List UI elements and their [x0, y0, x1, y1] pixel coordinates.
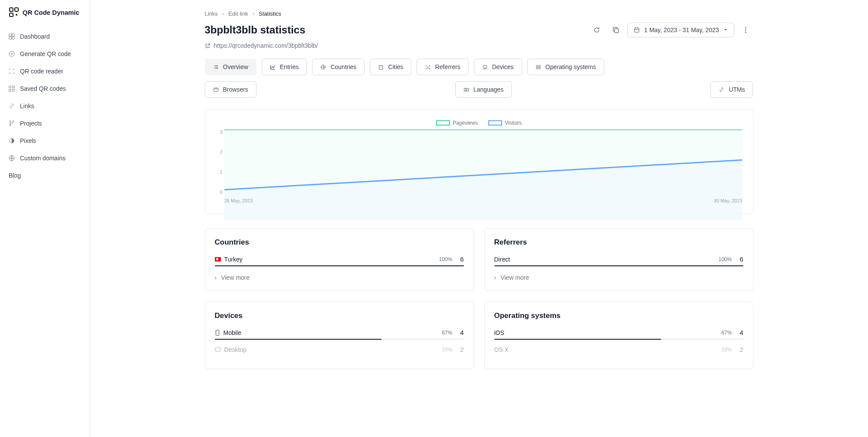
svg-rect-26: [536, 65, 540, 66]
list-icon: [213, 64, 219, 70]
stat-row: Direct 100%6: [494, 255, 743, 266]
x-axis: 26 May, 2023 30 May, 2023: [224, 198, 743, 203]
stat-row: iOS 67%4: [494, 329, 743, 340]
scan-icon: [9, 68, 15, 74]
breadcrumb-edit[interactable]: Edit link: [228, 10, 248, 17]
sidebar-nav: Dashboard Generate QR code QR code reade…: [5, 28, 84, 184]
date-range-button[interactable]: 1 May, 2023 - 31 May, 2023: [627, 23, 734, 37]
svg-rect-27: [536, 67, 540, 69]
svg-rect-12: [13, 89, 14, 91]
sidebar-item-links[interactable]: Links: [5, 97, 84, 115]
sidebar: QR Code Dynamic Dashboard Generate QR co…: [0, 0, 90, 437]
tab-browsers[interactable]: Browsers: [205, 81, 256, 98]
tab-languages[interactable]: Languages: [455, 81, 512, 98]
svg-rect-11: [9, 89, 11, 91]
chart-card: Pageviews Visitors 3 2 1 0 26 May, 2023: [205, 109, 753, 214]
grid4-icon: [9, 86, 15, 92]
svg-rect-30: [467, 88, 468, 91]
calendar-icon: [634, 27, 640, 33]
chevron-right-icon: ›: [494, 274, 496, 281]
view-more-button[interactable]: ›View more: [215, 274, 464, 281]
tab-entries[interactable]: Entries: [262, 59, 307, 75]
svg-rect-19: [635, 28, 639, 33]
sidebar-item-reader[interactable]: QR code reader: [5, 63, 84, 80]
card-title: Devices: [215, 311, 464, 320]
svg-rect-1: [15, 8, 18, 11]
external-link-icon: [205, 43, 210, 49]
view-more-button[interactable]: ›View more: [494, 274, 743, 281]
brand-logo[interactable]: QR Code Dynamic: [5, 7, 84, 28]
svg-rect-6: [9, 37, 11, 39]
svg-point-20: [745, 27, 746, 29]
chart-legend: Pageviews Visitors: [216, 120, 743, 126]
sidebar-item-domains[interactable]: Custom domains: [5, 149, 84, 167]
legend-visitors[interactable]: Visitors: [488, 120, 522, 126]
stat-row: Mobile 67%4: [215, 329, 464, 340]
branch-icon: [9, 120, 15, 126]
svg-point-13: [10, 121, 11, 122]
sidebar-item-projects[interactable]: Projects: [5, 115, 84, 132]
chevron-right-icon: ›: [222, 10, 224, 17]
svg-rect-28: [214, 88, 218, 91]
breadcrumb-links[interactable]: Links: [205, 10, 218, 17]
brand-name: QR Code Dynamic: [23, 9, 79, 16]
svg-point-14: [13, 121, 14, 122]
card-title: Countries: [215, 238, 464, 247]
svg-rect-4: [9, 34, 11, 36]
tab-overview[interactable]: Overview: [205, 59, 256, 75]
card-title: Referrers: [494, 238, 743, 247]
url-row: https://qrcodedynamic.com/3bpblt3blb/: [205, 42, 753, 49]
plus-circle-icon: [9, 51, 15, 57]
tab-referrers[interactable]: Referrers: [417, 59, 468, 75]
sidebar-item-blog[interactable]: Blog: [5, 167, 84, 184]
referrers-card: Referrers Direct 100%6 ›View more: [484, 228, 753, 291]
globe-icon: [9, 155, 15, 161]
countries-card: Countries Turkey 100%6 ›View more: [205, 228, 474, 291]
sidebar-item-pixels[interactable]: Pixels: [5, 132, 84, 149]
stat-row: Turkey 100%6: [215, 255, 464, 266]
svg-rect-5: [12, 34, 14, 36]
building-icon: [378, 64, 384, 70]
half-circle-icon: [9, 138, 15, 144]
tabs-row2: Browsers Languages UTMs: [205, 81, 753, 98]
laptop-icon: [482, 64, 488, 70]
more-button[interactable]: [738, 22, 753, 38]
tab-utms[interactable]: UTMs: [710, 81, 753, 98]
os-card: Operating systems iOS 67%4 OS X 33%2: [484, 301, 753, 369]
refresh-button[interactable]: [589, 22, 605, 38]
sidebar-item-saved[interactable]: Saved QR codes: [5, 80, 84, 97]
tab-devices[interactable]: Devices: [474, 59, 522, 75]
svg-rect-18: [615, 29, 618, 33]
legend-pageviews[interactable]: Pageviews: [436, 120, 478, 126]
main-content: Links › Edit link › Statistics 3bpblt3bl…: [184, 0, 774, 437]
server-icon: [536, 64, 541, 70]
dots-vertical-icon: [742, 26, 749, 33]
svg-rect-7: [12, 37, 14, 39]
language-icon: [464, 87, 469, 93]
stat-row: Desktop 33%2: [215, 346, 464, 353]
link-icon: [9, 103, 15, 109]
sidebar-item-generate[interactable]: Generate QR code: [5, 45, 84, 63]
tab-countries[interactable]: Countries: [312, 59, 365, 75]
copy-button[interactable]: [608, 22, 624, 38]
chevron-right-icon: ›: [253, 10, 254, 17]
breadcrumb-current: Statistics: [259, 10, 281, 17]
svg-point-3: [16, 14, 17, 16]
svg-rect-9: [9, 86, 11, 88]
svg-point-15: [10, 125, 11, 126]
stat-row: OS X 33%2: [494, 346, 743, 353]
sidebar-item-dashboard[interactable]: Dashboard: [5, 28, 84, 45]
copy-icon: [612, 26, 619, 33]
chart-icon: [270, 64, 276, 70]
tab-cities[interactable]: Cities: [370, 59, 411, 75]
url-text[interactable]: https://qrcodedynamic.com/3bpblt3blb/: [214, 42, 318, 49]
card-title: Operating systems: [494, 311, 743, 320]
svg-rect-32: [215, 348, 220, 351]
qr-logo-icon: [9, 7, 19, 17]
tab-os[interactable]: Operating systems: [527, 59, 605, 75]
svg-rect-10: [13, 86, 14, 88]
devices-card: Devices Mobile 67%4 Desktop 33%2: [205, 301, 474, 369]
globe-icon: [320, 64, 326, 70]
flag-turkey-icon: [215, 257, 221, 262]
svg-rect-29: [464, 88, 466, 91]
